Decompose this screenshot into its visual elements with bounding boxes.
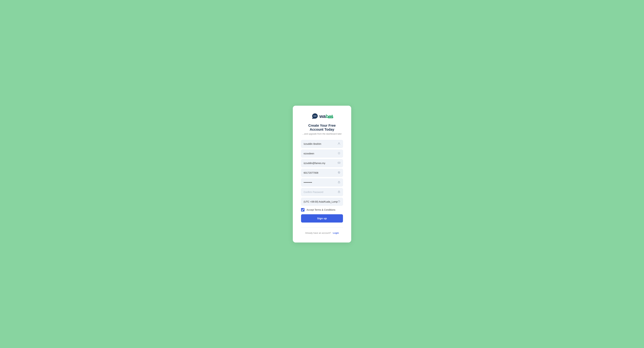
svg-point-1 bbox=[314, 115, 314, 116]
svg-rect-6 bbox=[338, 162, 340, 164]
logo: wabot PLUS bbox=[311, 113, 333, 120]
phone-field-wrapper bbox=[301, 169, 343, 177]
terms-label: Accept Terms & Conditions bbox=[306, 208, 336, 211]
signup-card: wabot PLUS Create Your Free Account Toda… bbox=[293, 106, 351, 243]
name-input[interactable] bbox=[304, 142, 338, 145]
password-input[interactable] bbox=[304, 181, 338, 184]
svg-point-11 bbox=[339, 192, 339, 193]
svg-point-9 bbox=[339, 183, 339, 183]
timezone-input[interactable] bbox=[304, 200, 338, 203]
confirm-lock-icon bbox=[338, 190, 340, 194]
logo-text: wabot PLUS bbox=[320, 114, 333, 119]
phone-input[interactable] bbox=[304, 171, 338, 174]
svg-point-3 bbox=[316, 115, 316, 116]
svg-point-2 bbox=[314, 115, 315, 116]
logo-icon bbox=[311, 113, 319, 120]
divider bbox=[301, 227, 343, 228]
password-field-wrapper bbox=[301, 179, 343, 186]
username-input[interactable] bbox=[304, 152, 338, 155]
signup-form: Accept Terms & Conditions Sign up Alread… bbox=[301, 140, 343, 234]
confirm-password-field-wrapper bbox=[301, 188, 343, 196]
page-title: Create Your Free Account Today bbox=[301, 124, 343, 131]
svg-point-4 bbox=[338, 143, 340, 144]
email-field-wrapper bbox=[301, 159, 343, 167]
plus-badge: PLUS bbox=[328, 116, 333, 118]
confirm-password-input[interactable] bbox=[304, 191, 338, 194]
login-link[interactable]: Login bbox=[333, 232, 339, 234]
lock-icon bbox=[338, 181, 340, 184]
already-account-text: Already have an account? bbox=[305, 232, 331, 234]
email-input[interactable] bbox=[304, 162, 338, 164]
user-icon bbox=[338, 142, 340, 145]
timezone-field-wrapper bbox=[301, 198, 343, 206]
svg-point-5 bbox=[339, 153, 339, 153]
username-field-wrapper bbox=[301, 149, 343, 157]
page-subtitle: ...and upgrade from the dashboard later bbox=[302, 132, 342, 135]
username-icon bbox=[338, 152, 340, 155]
phone-icon bbox=[338, 171, 340, 174]
name-field-wrapper bbox=[301, 140, 343, 148]
terms-row: Accept Terms & Conditions bbox=[301, 208, 343, 212]
email-icon bbox=[338, 161, 340, 165]
timezone-icon bbox=[338, 200, 340, 203]
login-row: Already have an account? Login bbox=[301, 232, 343, 234]
signup-button[interactable]: Sign up bbox=[301, 214, 343, 223]
terms-checkbox[interactable] bbox=[301, 208, 304, 212]
